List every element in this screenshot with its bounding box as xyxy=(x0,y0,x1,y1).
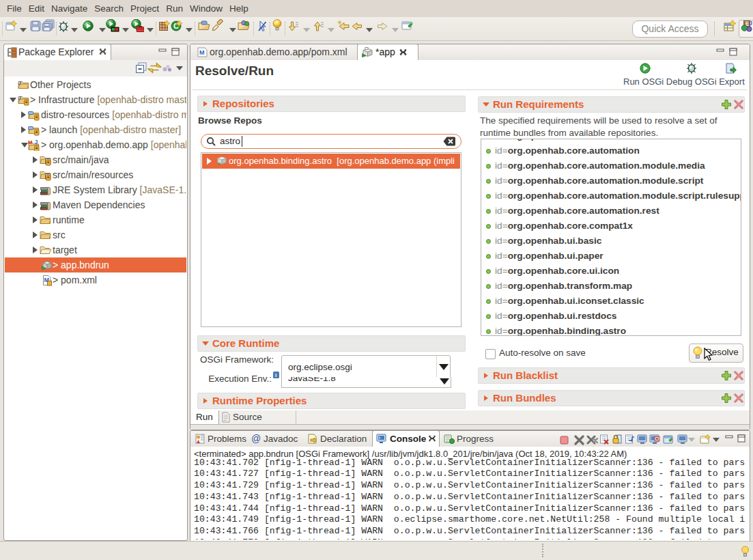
svg-text:M: M xyxy=(28,139,32,145)
svg-text:M: M xyxy=(199,49,205,56)
svg-text:i: i xyxy=(275,372,276,378)
svg-text:J: J xyxy=(18,80,21,86)
svg-text:J: J xyxy=(749,20,752,27)
svg-text:J: J xyxy=(35,139,38,145)
svg-text:J: J xyxy=(18,95,21,101)
